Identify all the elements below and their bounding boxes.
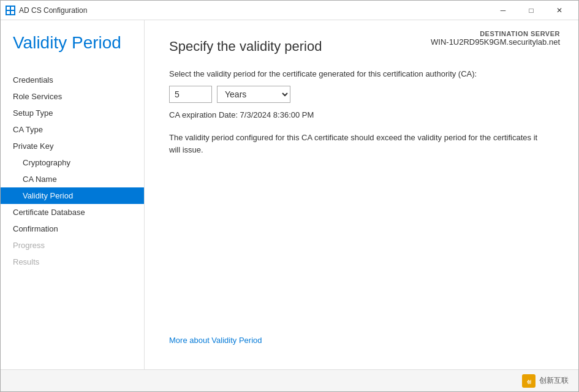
sidebar-item-ca-name[interactable]: CA Name xyxy=(1,171,144,187)
close-button[interactable]: ✕ xyxy=(545,1,573,20)
sidebar-item-validity-period[interactable]: Validity Period xyxy=(1,187,144,204)
window-title: AD CS Configuration xyxy=(19,6,489,15)
watermark-logo: 创 xyxy=(522,374,535,388)
select-label: Select the validity period for the certi… xyxy=(169,69,554,78)
sidebar-item-private-key[interactable]: Private Key xyxy=(1,138,144,154)
title-bar: AD CS Configuration ─ □ ✕ xyxy=(1,1,578,20)
form-section: Select the validity period for the certi… xyxy=(169,69,554,325)
more-info-link[interactable]: More about Validity Period xyxy=(169,336,262,345)
svg-text:创: 创 xyxy=(526,380,531,384)
dest-server-name: WIN-1U2RD95K9GM.securitylab.net xyxy=(431,37,560,47)
sidebar-header: Validity Period xyxy=(1,32,144,66)
watermark: 创 创新互联 xyxy=(522,374,569,388)
minimize-button[interactable]: ─ xyxy=(489,1,517,20)
app-icon xyxy=(6,6,15,15)
maximize-button[interactable]: □ xyxy=(517,1,545,20)
svg-rect-2 xyxy=(7,11,10,14)
content-area: Validity Period CredentialsRole Services… xyxy=(1,20,578,369)
sidebar-item-credentials[interactable]: Credentials xyxy=(1,72,144,88)
sidebar-nav: CredentialsRole ServicesSetup TypeCA Typ… xyxy=(1,72,144,270)
window: AD CS Configuration ─ □ ✕ Validity Perio… xyxy=(0,0,579,392)
sidebar-item-role-services[interactable]: Role Services xyxy=(1,88,144,105)
svg-rect-0 xyxy=(7,7,10,10)
svg-rect-3 xyxy=(11,11,14,14)
sidebar-item-cryptography[interactable]: Cryptography xyxy=(1,154,144,171)
validity-unit-select[interactable]: Years Months Weeks Days xyxy=(217,86,290,103)
sidebar-item-progress: Progress xyxy=(1,237,144,254)
validity-number-input[interactable] xyxy=(169,86,212,103)
sidebar-item-results: Results xyxy=(1,254,144,270)
svg-rect-1 xyxy=(11,7,14,10)
sidebar: Validity Period CredentialsRole Services… xyxy=(1,20,145,369)
validity-controls: Years Months Weeks Days xyxy=(169,86,554,103)
window-controls: ─ □ ✕ xyxy=(489,1,573,20)
footer: More about Validity Period xyxy=(169,325,554,351)
sidebar-item-ca-type[interactable]: CA Type xyxy=(1,121,144,138)
destination-server: DESTINATION SERVER WIN-1U2RD95K9GM.secur… xyxy=(431,30,560,47)
sidebar-item-setup-type[interactable]: Setup Type xyxy=(1,105,144,121)
dest-server-label: DESTINATION SERVER xyxy=(431,30,560,37)
sidebar-title: Validity Period xyxy=(13,32,132,53)
sidebar-item-confirmation[interactable]: Confirmation xyxy=(1,221,144,237)
bottom-bar: 创 创新互联 xyxy=(1,369,578,391)
expiration-date: CA expiration Date: 7/3/2024 8:36:00 PM xyxy=(169,110,554,119)
info-text: The validity period configured for this … xyxy=(169,132,549,156)
sidebar-item-certificate-database[interactable]: Certificate Database xyxy=(1,204,144,221)
watermark-text: 创新互联 xyxy=(539,375,569,386)
main-content: DESTINATION SERVER WIN-1U2RD95K9GM.secur… xyxy=(145,20,578,369)
